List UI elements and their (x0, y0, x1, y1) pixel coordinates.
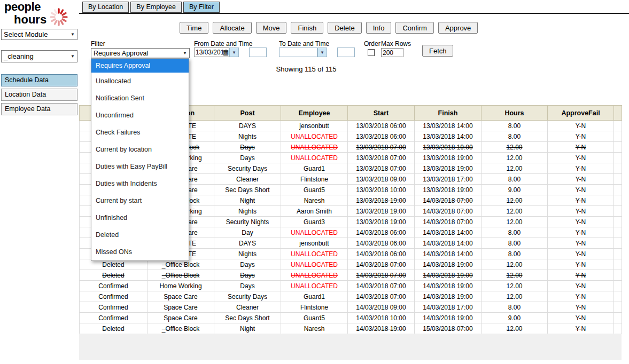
cell-filler (614, 291, 622, 302)
toolbar-button-allocate[interactable]: Allocate (213, 22, 251, 34)
toolbar-button-time[interactable]: Time (180, 22, 208, 34)
table-row[interactable]: ConfirmedSpace CareCleanerFlintstone14/0… (80, 302, 622, 313)
cell-approve: Y-N (548, 217, 614, 227)
tab-by-employee[interactable]: By Employee (130, 2, 182, 13)
tab-by-filter[interactable]: By Filter (183, 2, 220, 13)
cell-filler (614, 270, 622, 281)
column-header-finish[interactable]: Finish (415, 106, 482, 121)
cell-hours: 12.00 (482, 270, 548, 281)
cell-hours: 9.00 (482, 185, 548, 195)
from-time-input[interactable] (249, 48, 267, 57)
column-header-start[interactable]: Start (348, 106, 415, 121)
cell-employee: Flintstone (281, 302, 348, 313)
sidebar-item-schedule-data[interactable]: Schedule Data (1, 74, 77, 86)
cell-post: Cleaner (214, 302, 281, 313)
from-date-input[interactable]: 13/03/2018 ▦ (194, 48, 229, 57)
toolbar-button-finish[interactable]: Finish (291, 22, 323, 34)
cell-filler (614, 131, 622, 142)
cell-employee: Guard5 (281, 185, 348, 195)
max-rows-input[interactable] (381, 48, 403, 57)
cell-post: Nights (214, 249, 281, 259)
sidebar-item-location-data[interactable]: Location Data (1, 89, 77, 101)
cell-hours: 12.00 (482, 142, 548, 153)
filter-option-deleted[interactable]: Deleted (91, 226, 189, 243)
table-row[interactable]: Deleted_Office BlockDaysUNALLOCATED14/03… (80, 270, 622, 281)
from-date-picker-button[interactable]: ▾ (229, 48, 239, 57)
filter-option-duties-with-easy-paybill[interactable]: Duties with Easy PayBill (91, 158, 189, 175)
footer-band (79, 334, 622, 360)
toolbar-button-move[interactable]: Move (256, 22, 287, 34)
cell-start: 14/03/2018 09:00 (348, 302, 415, 313)
table-row[interactable]: ConfirmedSpace CareSecurity DaysGuard114… (80, 291, 622, 302)
cell-hours: 12.00 (482, 323, 548, 334)
cell-filler (614, 153, 622, 163)
cell-start: 13/03/2018 10:00 (348, 185, 415, 195)
column-header-post[interactable]: Post (214, 106, 281, 121)
tab-by-location[interactable]: By Location (82, 2, 129, 13)
toolbar-button-delete[interactable]: Delete (328, 22, 362, 34)
cell-post: Security Days (214, 291, 281, 302)
filter-option-current-by-start[interactable]: Current by start (91, 192, 189, 209)
cell-post: Sec Days Short (214, 313, 281, 323)
toolbar-button-confirm[interactable]: Confirm (395, 22, 434, 34)
cell-hours: 12.00 (482, 281, 548, 291)
cell-employee: Guard1 (281, 163, 348, 174)
filter-option-missed-ons[interactable]: Missed ONs (91, 243, 189, 260)
cell-finish: 14/03/2018 19:00 (415, 270, 482, 281)
cell-employee: UNALLOCATED (281, 142, 348, 153)
cell-filler (614, 238, 622, 249)
cell-filler (614, 227, 622, 238)
cell-approve: Y-N (548, 313, 614, 323)
to-date-picker-button[interactable]: ▾ (317, 48, 327, 57)
table-row[interactable]: ConfirmedSpace CareSec Days ShortGuard51… (80, 313, 622, 323)
cell-approve: Y-N (548, 249, 614, 259)
toolbar-button-approve[interactable]: Approve (438, 22, 478, 34)
cell-approve: Y-N (548, 131, 614, 142)
cell-post: Days (214, 153, 281, 163)
table-row[interactable]: Deleted_Office BlockNightNaresh14/03/201… (80, 323, 622, 334)
cell-hours: 8.00 (482, 227, 548, 238)
cell-approve: Y-N (548, 323, 614, 334)
cell-filler (614, 302, 622, 313)
cell-finish: 15/03/2018 07:00 (415, 323, 482, 334)
cell-start: 14/03/2018 06:00 (348, 227, 415, 238)
cell-finish: 14/03/2018 19:00 (415, 291, 482, 302)
filter-option-notification-sent[interactable]: Notification Sent (91, 90, 189, 107)
cell-start: 14/03/2018 07:00 (348, 291, 415, 302)
column-header-hours[interactable]: Hours (482, 106, 548, 121)
filter-option-unconfirmed[interactable]: Unconfirmed (91, 107, 189, 124)
calendar-icon[interactable]: ▦ (223, 49, 229, 56)
module-select[interactable]: Select Module ▼ (1, 29, 77, 40)
order-checkbox[interactable] (368, 49, 375, 56)
column-header-employee[interactable]: Employee (281, 106, 348, 121)
filter-option-unallocated[interactable]: Unallocated (91, 73, 189, 90)
cell-hours: 8.00 (482, 174, 548, 185)
cell-post: Nights (214, 131, 281, 142)
filter-option-current-by-location[interactable]: Current by location (91, 141, 189, 158)
filter-option-check-failures[interactable]: Check Failures (91, 124, 189, 141)
to-time-input[interactable] (337, 48, 355, 57)
cell-post: Nights (214, 206, 281, 217)
cell-post: Day (214, 227, 281, 238)
filter-dropdown-list: Requires ApprovalUnallocatedNotification… (91, 58, 189, 261)
submodule-select[interactable]: _cleaning ▼ (1, 50, 77, 62)
cell-finish: 13/03/2018 14:00 (415, 121, 482, 131)
cell-employee: Guard3 (281, 217, 348, 227)
to-date-label: To Date and Time (279, 40, 329, 48)
sidebar-item-employee-data[interactable]: Employee Data (1, 103, 77, 115)
filter-option-requires-approval[interactable]: Requires Approval (91, 59, 189, 73)
cell-finish: 13/03/2018 19:00 (415, 142, 482, 153)
filter-option-duties-with-incidents[interactable]: Duties with Incidents (91, 175, 189, 192)
cell-approve: Y-N (548, 195, 614, 206)
cell-finish: 14/03/2018 19:00 (415, 281, 482, 291)
toolbar-button-info[interactable]: Info (366, 22, 392, 34)
fetch-button[interactable]: Fetch (422, 45, 453, 57)
filter-option-unfinished[interactable]: Unfinished (91, 209, 189, 226)
cell-filler (614, 163, 622, 174)
to-date-input[interactable] (279, 48, 317, 57)
showing-count: Showing 115 of 115 (253, 65, 360, 73)
filter-select[interactable]: Requires Approval ▼ (91, 48, 190, 58)
column-header-approvefail[interactable]: ApproveFail (548, 106, 614, 121)
chevron-down-icon: ▼ (183, 51, 187, 56)
table-row[interactable]: ConfirmedHome WorkingDaysUNALLOCATED14/0… (80, 281, 622, 291)
